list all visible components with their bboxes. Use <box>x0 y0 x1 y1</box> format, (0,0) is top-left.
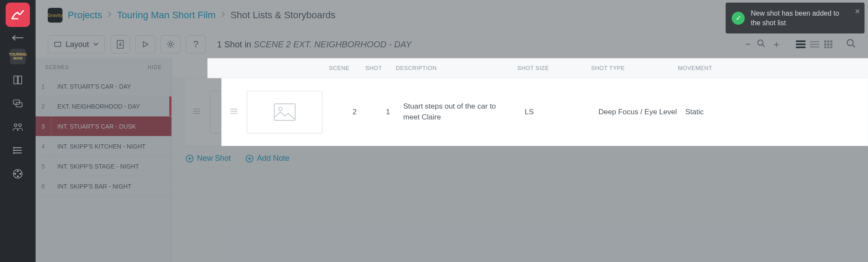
svg-point-5 <box>19 124 21 126</box>
cell-description: Stuart steps out of the car to meet Clai… <box>366 101 487 123</box>
svg-rect-1 <box>18 76 22 84</box>
content-area: SCENES HIDE 1INT. STUART'S CAR - DAY2EXT… <box>36 58 868 262</box>
cell-shot: 1 <box>335 108 366 116</box>
svg-rect-20 <box>796 46 806 48</box>
svg-rect-24 <box>824 43 826 46</box>
zoom-reset-icon[interactable] <box>757 39 766 50</box>
search-button[interactable] <box>846 39 856 50</box>
scene-number: 2 <box>36 96 51 116</box>
svg-point-30 <box>847 40 853 46</box>
svg-rect-23 <box>830 40 832 43</box>
svg-point-8 <box>13 153 14 153</box>
shot-table: SCENE SHOT DESCRIPTION SHOT SIZE SHOT TY… <box>172 58 868 262</box>
scene-name: INT. SKIPP'S BAR - NIGHT <box>51 183 132 190</box>
rail-item-reel[interactable] <box>10 166 26 182</box>
svg-point-10 <box>17 171 19 172</box>
back-arrow-icon[interactable] <box>12 35 24 41</box>
layout-dropdown[interactable]: Layout <box>48 35 105 53</box>
svg-point-13 <box>15 173 16 175</box>
scene-row[interactable]: 2EXT. NEIGHBORHOOD - DAY <box>36 96 171 116</box>
rail-item-team[interactable] <box>10 119 26 135</box>
col-movement: MOVEMENT <box>628 65 689 71</box>
view-list[interactable] <box>795 40 806 49</box>
shot-count-text: 1 Shot in SCENE 2 EXT. NEIGHBORHOOD - DA… <box>217 40 411 50</box>
app-logo[interactable] <box>6 3 30 27</box>
scenes-sidebar: SCENES HIDE 1INT. STUART'S CAR - DAY2EXT… <box>36 58 172 262</box>
scene-row[interactable]: 5INT. SKIPP'S STAGE - NIGHT <box>36 156 171 176</box>
rail-item-project[interactable]: TOURINGMAN <box>10 49 26 64</box>
cell-scene: 2 <box>299 108 335 116</box>
scene-number: 4 <box>36 136 51 156</box>
svg-rect-2 <box>13 100 20 104</box>
chevron-down-icon <box>93 43 99 46</box>
svg-rect-14 <box>55 42 61 46</box>
svg-rect-0 <box>14 76 17 84</box>
scene-name: INT. STUART'S CAR - DAY <box>51 83 131 90</box>
scene-row[interactable]: 6INT. SKIPP'S BAR - NIGHT <box>36 176 171 196</box>
image-placeholder-icon <box>237 103 258 121</box>
scene-name: INT. STUART'S CAR - DUSK <box>51 123 136 130</box>
play-icon <box>142 41 149 48</box>
document-icon <box>116 40 124 49</box>
svg-rect-19 <box>796 43 806 45</box>
main-area: Gravity Projects Touring Man Short Film … <box>36 0 868 262</box>
svg-point-6 <box>13 147 14 148</box>
toast-notification: ✓ New shot has been added to the shot li… <box>726 3 865 33</box>
svg-rect-25 <box>827 43 829 46</box>
scenes-hide-button[interactable]: HIDE <box>148 64 162 70</box>
settings-button[interactable] <box>161 35 181 53</box>
svg-point-17 <box>758 40 763 45</box>
question-icon: ? <box>193 39 198 50</box>
new-shot-button[interactable]: New Shot <box>186 154 231 163</box>
scene-row[interactable]: 1INT. STUART'S CAR - DAY <box>36 76 171 96</box>
zoom-out-button[interactable]: − <box>745 39 751 50</box>
rail-item-chat[interactable] <box>10 96 26 111</box>
add-note-button[interactable]: Add Note <box>246 154 289 163</box>
zoom-in-button[interactable]: ＋ <box>772 38 781 51</box>
scene-row[interactable]: 3INT. STUART'S CAR - DUSK <box>36 116 171 136</box>
shot-thumbnail[interactable] <box>210 91 285 133</box>
cell-movement: Static <box>648 108 709 116</box>
col-shot: SHOT <box>316 65 346 71</box>
svg-point-32 <box>241 107 245 111</box>
drag-handle-icon[interactable] <box>193 108 200 116</box>
scenes-header: SCENES <box>45 64 69 70</box>
shot-table-header: SCENE SHOT DESCRIPTION SHOT SIZE SHOT TY… <box>172 58 868 78</box>
layout-icon <box>54 41 61 48</box>
gear-icon <box>166 40 175 49</box>
plus-circle-icon <box>186 155 194 163</box>
play-button[interactable] <box>135 35 155 53</box>
view-grid[interactable] <box>823 40 834 49</box>
scene-row[interactable]: 4INT. SKIPP'S KITCHEN - NIGHT <box>36 136 171 156</box>
rail-item-list[interactable] <box>10 143 26 158</box>
scene-name: INT. SKIPP'S STAGE - NIGHT <box>51 163 139 170</box>
shot-actions: New Shot Add Note <box>172 146 868 163</box>
svg-rect-27 <box>824 46 826 48</box>
export-button[interactable] <box>110 35 130 53</box>
cell-shot-size: LS <box>487 108 561 116</box>
svg-rect-31 <box>237 104 258 120</box>
layout-label: Layout <box>66 40 89 49</box>
svg-point-11 <box>20 173 21 175</box>
rail-item-pages[interactable] <box>10 72 26 88</box>
svg-rect-18 <box>796 40 806 42</box>
view-rows[interactable] <box>809 40 820 49</box>
svg-rect-26 <box>830 43 832 46</box>
svg-point-16 <box>169 43 172 46</box>
svg-point-7 <box>13 150 14 151</box>
cell-shot-type: Deep Focus / Eye Level <box>561 108 648 116</box>
col-shot-size: SHOT SIZE <box>468 65 542 71</box>
project-chip[interactable]: Gravity <box>48 8 62 23</box>
shot-row[interactable]: 2 1 Stuart steps out of the car to meet … <box>184 78 868 146</box>
toast-close-button[interactable]: ✕ <box>855 7 860 17</box>
svg-rect-28 <box>827 46 829 48</box>
breadcrumb-project-name[interactable]: Touring Man Short Film <box>117 10 215 21</box>
toast-text: New shot has been added to the shot list <box>751 9 847 27</box>
plus-circle-icon <box>246 155 253 163</box>
scene-number: 3 <box>36 116 51 136</box>
chevron-right-icon <box>221 11 225 20</box>
scene-name: INT. SKIPP'S KITCHEN - NIGHT <box>51 143 145 150</box>
help-button[interactable]: ? <box>186 35 206 53</box>
col-shot-type: SHOT TYPE <box>542 65 628 71</box>
breadcrumb-projects[interactable]: Projects <box>68 10 102 21</box>
